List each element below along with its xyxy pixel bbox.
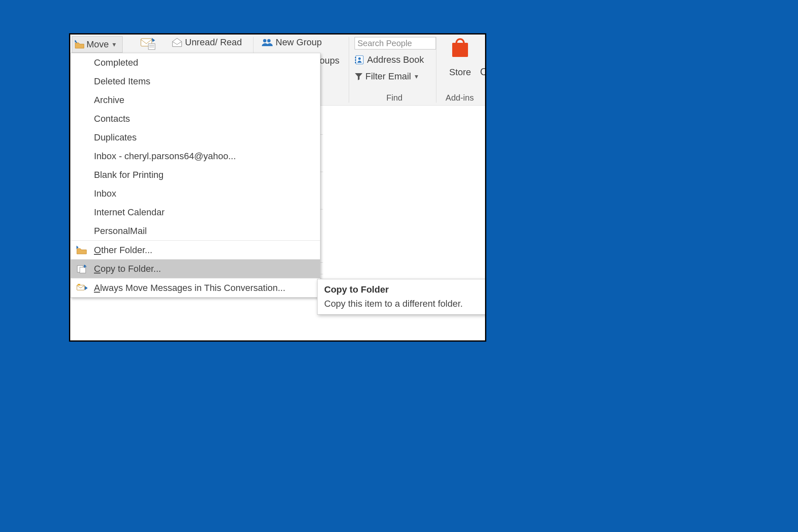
unread-read-label: Unread/ Read — [185, 37, 242, 48]
menu-item-label: Other Folder... — [94, 245, 153, 256]
address-book-button[interactable]: Address Book — [355, 54, 424, 65]
menu-item-label: Blank for Printing — [94, 170, 164, 180]
search-people-input[interactable]: Search People — [355, 37, 436, 49]
svg-rect-7 — [355, 62, 356, 63]
filter-email-button[interactable]: Filter Email ▼ — [355, 71, 419, 82]
tooltip: Copy to Folder Copy this item to a diffe… — [317, 279, 486, 315]
menu-item-folder[interactable]: Deleted Items — [71, 72, 320, 91]
store-bag-icon — [449, 38, 471, 59]
menu-item-folder[interactable]: Inbox — [71, 184, 320, 203]
svg-rect-6 — [355, 59, 356, 61]
menu-item-label: Duplicates — [94, 132, 137, 143]
menu-item-label: Internet Calendar — [94, 207, 165, 218]
svg-rect-13 — [78, 284, 80, 286]
move-to-folder-icon — [76, 246, 87, 255]
svg-rect-9 — [452, 43, 468, 57]
addins-group-label: Add-ins — [441, 93, 478, 103]
menu-item-folder[interactable]: Inbox - cheryl.parsons64@yahoo... — [71, 147, 320, 165]
unread-read-button[interactable]: Unread/ Read — [172, 37, 242, 48]
browse-groups-fragment[interactable]: oups — [320, 55, 340, 66]
address-book-icon — [355, 55, 365, 65]
move-to-folder-icon — [75, 40, 85, 49]
svg-rect-11 — [80, 267, 86, 273]
tooltip-body: Copy this item to a different folder. — [324, 298, 486, 309]
menu-item-label: Inbox — [94, 188, 116, 199]
svg-rect-12 — [77, 285, 84, 290]
svg-point-2 — [263, 39, 266, 42]
copy-to-folder-icon — [76, 264, 87, 274]
menu-item-copy-to-folder[interactable]: Copy to Folder... — [71, 259, 320, 278]
menu-item-folder[interactable]: Archive — [71, 91, 320, 109]
svg-rect-1 — [148, 44, 155, 49]
rules-icon[interactable] — [139, 36, 157, 51]
truncated-button-fragment[interactable]: C — [480, 66, 486, 78]
store-label: Store — [443, 67, 477, 78]
move-button[interactable]: Move ▼ — [72, 36, 123, 53]
menu-item-label: PersonalMail — [94, 226, 147, 236]
always-move-icon — [76, 283, 88, 293]
menu-item-folder[interactable]: Internet Calendar — [71, 203, 320, 222]
menu-item-label: Contacts — [94, 113, 130, 124]
people-group-icon — [261, 38, 273, 47]
menu-item-label: Copy to Folder... — [94, 264, 161, 274]
svg-rect-5 — [355, 57, 356, 58]
store-button[interactable] — [443, 38, 477, 60]
menu-item-folder[interactable]: PersonalMail — [71, 222, 320, 240]
menu-item-label: Deleted Items — [94, 76, 150, 87]
menu-item-folder[interactable]: Contacts — [71, 109, 320, 128]
move-button-label: Move — [86, 39, 109, 50]
svg-point-3 — [267, 39, 271, 42]
new-group-button[interactable]: New Group — [261, 37, 322, 48]
menu-item-label: Always Move Messages in This Conversatio… — [94, 283, 286, 293]
filter-email-label: Filter Email — [365, 71, 411, 82]
menu-item-label: Completed — [94, 57, 138, 68]
menu-item-always-move[interactable]: Always Move Messages in This Conversatio… — [71, 278, 320, 297]
ribbon-separator — [349, 37, 349, 103]
find-group-label: Find — [353, 93, 436, 103]
new-group-label: New Group — [276, 37, 322, 48]
outlook-window: Move ▼ Unread/ Read New Group oups Searc… — [69, 33, 486, 342]
menu-item-folder[interactable]: Blank for Printing — [71, 165, 320, 184]
menu-item-label: Inbox - cheryl.parsons64@yahoo... — [94, 151, 236, 162]
move-dropdown-menu: Completed Deleted Items Archive Contacts… — [70, 53, 320, 298]
menu-item-folder[interactable]: Completed — [71, 53, 320, 72]
envelope-open-icon — [172, 37, 182, 47]
menu-item-label: Archive — [94, 95, 124, 106]
menu-item-other-folder[interactable]: Other Folder... — [71, 240, 320, 259]
chevron-down-icon: ▼ — [414, 73, 419, 80]
funnel-icon — [355, 72, 363, 81]
ribbon-separator — [436, 37, 436, 103]
tooltip-title: Copy to Folder — [324, 284, 486, 295]
address-book-label: Address Book — [367, 54, 424, 65]
svg-point-8 — [358, 57, 361, 60]
chevron-down-icon: ▼ — [111, 41, 117, 48]
menu-item-folder[interactable]: Duplicates — [71, 128, 320, 147]
